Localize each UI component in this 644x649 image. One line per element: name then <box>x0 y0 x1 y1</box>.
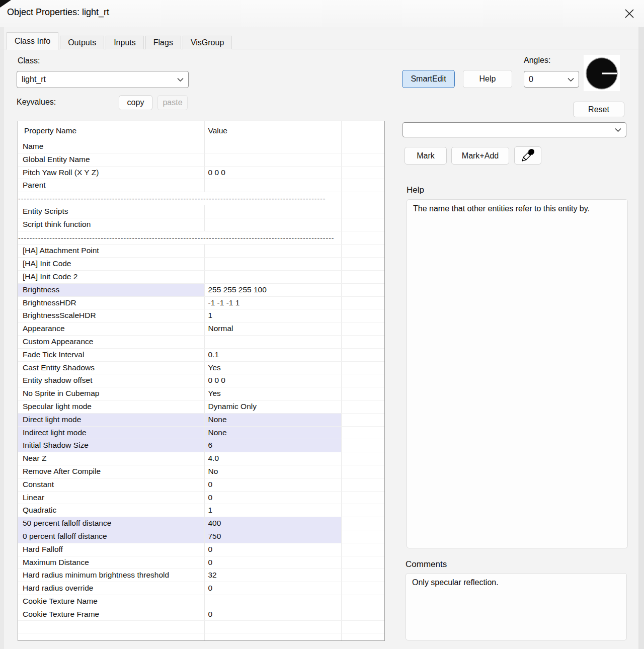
property-name-cell[interactable]: [HA] Attachment Point <box>18 245 204 258</box>
property-row[interactable]: Maximum Distance0 <box>18 556 385 569</box>
property-value-cell[interactable]: 0 <box>204 608 341 621</box>
property-name-cell[interactable]: Near Z <box>18 452 204 465</box>
property-row[interactable]: BrightnessHDR-1 -1 -1 1 <box>18 296 385 309</box>
property-name-cell[interactable]: Hard Falloff <box>18 543 204 556</box>
property-name-cell[interactable]: Hard radius minimum brightness threshold <box>18 569 204 582</box>
property-value-cell[interactable] <box>204 595 341 608</box>
property-row[interactable]: [HA] Init Code <box>18 258 385 271</box>
class-combobox[interactable]: light_rt <box>17 71 189 88</box>
property-name-cell[interactable]: Name <box>18 140 204 153</box>
tab-outputs[interactable]: Outputs <box>60 36 104 49</box>
property-name-cell[interactable]: Script think function <box>18 218 204 231</box>
property-row[interactable]: Remove After CompileNo <box>18 465 385 478</box>
property-name-cell[interactable]: Hard radius override <box>18 582 204 595</box>
property-value-cell[interactable]: Yes <box>204 387 341 400</box>
property-row[interactable]: No Sprite in CubemapYes <box>18 387 385 400</box>
property-value-cell[interactable]: None <box>204 413 341 426</box>
property-row[interactable]: Hard radius minimum brightness threshold… <box>18 569 385 582</box>
separator-row[interactable]: ----------------------------------------… <box>18 192 385 205</box>
smartedit-button[interactable]: SmartEdit <box>402 70 455 88</box>
property-row[interactable]: Linear0 <box>18 491 385 504</box>
property-value-cell[interactable] <box>204 205 341 218</box>
angles-combobox[interactable]: 0 <box>524 71 579 88</box>
property-row[interactable]: Cookie Texture Frame0 <box>18 608 385 621</box>
property-value-cell[interactable]: 0 <box>204 582 341 595</box>
property-name-cell[interactable]: Cookie Texture Frame <box>18 608 204 621</box>
reset-button[interactable]: Reset <box>573 102 624 117</box>
column-header-value[interactable]: Value <box>204 121 341 140</box>
property-row[interactable]: Brightness255 255 255 100 <box>18 283 385 296</box>
separator-row[interactable]: ----------------------------------------… <box>18 231 385 245</box>
property-value-cell[interactable]: -1 -1 -1 1 <box>204 296 341 309</box>
property-name-cell[interactable]: Specular light mode <box>18 400 204 413</box>
property-row[interactable]: [HA] Init Code 2 <box>18 270 385 283</box>
property-name-cell[interactable]: BrightnessHDR <box>18 296 204 309</box>
property-value-cell[interactable] <box>204 335 341 348</box>
property-row[interactable]: Direct light modeNone <box>18 413 385 426</box>
property-name-cell[interactable]: Cookie Texture Name <box>18 595 204 608</box>
property-value-cell[interactable]: 32 <box>204 569 341 582</box>
comments-box[interactable]: Only specular reflection. <box>406 573 627 640</box>
property-value-cell[interactable]: 4.0 <box>204 452 341 465</box>
property-value-cell[interactable]: 0.1 <box>204 348 341 361</box>
help-button[interactable]: Help <box>463 70 512 88</box>
property-value-cell[interactable] <box>204 179 341 192</box>
property-row[interactable]: Cookie Texture Name <box>18 595 385 608</box>
column-header-property-name[interactable]: Property Name <box>18 121 204 140</box>
property-name-cell[interactable]: Remove After Compile <box>18 465 204 478</box>
property-name-cell[interactable]: Global Entity Name <box>18 153 204 166</box>
mark-add-button[interactable]: Mark+Add <box>451 147 509 165</box>
property-name-cell[interactable]: Entity Scripts <box>18 205 204 218</box>
copy-button[interactable]: copy <box>119 95 152 110</box>
property-row[interactable]: Near Z4.0 <box>18 452 385 465</box>
property-value-cell[interactable]: No <box>204 465 341 478</box>
property-value-cell[interactable]: Yes <box>204 361 341 374</box>
empty-row[interactable] <box>18 633 385 641</box>
property-name-cell[interactable]: Entity shadow offset <box>18 374 204 387</box>
property-row[interactable]: BrightnessScaleHDR1 <box>18 309 385 322</box>
property-row[interactable]: Quadratic1 <box>18 504 385 517</box>
property-value-cell[interactable] <box>204 258 341 271</box>
property-name-cell[interactable]: Fade Tick Interval <box>18 348 204 361</box>
property-row[interactable]: AppearanceNormal <box>18 322 385 336</box>
tab-visgroup[interactable]: VisGroup <box>183 36 232 49</box>
property-value-cell[interactable]: 255 255 255 100 <box>204 283 341 296</box>
eyedropper-button[interactable] <box>514 146 541 165</box>
property-value-cell[interactable] <box>204 153 341 166</box>
property-row[interactable]: Entity shadow offset0 0 0 <box>18 374 385 387</box>
property-value-cell[interactable]: 400 <box>204 517 341 530</box>
property-row[interactable]: Name <box>18 140 385 153</box>
property-row[interactable]: Specular light modeDynamic Only <box>18 400 385 413</box>
property-value-cell[interactable]: Dynamic Only <box>204 400 341 413</box>
empty-row[interactable] <box>18 621 385 633</box>
property-name-cell[interactable]: [HA] Init Code 2 <box>18 270 204 283</box>
property-name-cell[interactable]: Quadratic <box>18 504 204 517</box>
property-value-cell[interactable] <box>204 140 341 153</box>
property-row[interactable]: Entity Scripts <box>18 205 385 218</box>
property-value-cell[interactable]: 0 <box>204 491 341 504</box>
property-name-cell[interactable]: No Sprite in Cubemap <box>18 387 204 400</box>
property-name-cell[interactable] <box>18 633 204 641</box>
property-value-cell[interactable]: 0 <box>204 556 341 569</box>
angle-dial[interactable] <box>584 55 620 91</box>
property-value-cell[interactable] <box>204 218 341 231</box>
tab-inputs[interactable]: Inputs <box>106 36 144 49</box>
property-value-cell[interactable] <box>204 621 341 633</box>
property-name-cell[interactable]: Custom Appearance <box>18 335 204 348</box>
property-name-cell[interactable]: Indirect light mode <box>18 426 204 439</box>
property-value-cell[interactable]: 6 <box>204 439 341 452</box>
property-value-cell[interactable]: None <box>204 426 341 439</box>
tab-flags[interactable]: Flags <box>145 36 181 49</box>
property-value-cell[interactable]: 0 0 0 <box>204 374 341 387</box>
property-value-cell[interactable]: 0 0 0 <box>204 166 341 179</box>
property-name-cell[interactable]: [HA] Init Code <box>18 258 204 271</box>
property-row[interactable]: Fade Tick Interval0.1 <box>18 348 385 361</box>
property-value-cell[interactable]: 750 <box>204 530 341 543</box>
property-name-cell[interactable]: Linear <box>18 491 204 504</box>
property-name-cell[interactable]: Initial Shadow Size <box>18 439 204 452</box>
property-row[interactable]: Pitch Yaw Roll (X Y Z)0 0 0 <box>18 166 385 179</box>
property-name-cell[interactable]: BrightnessScaleHDR <box>18 309 204 322</box>
property-name-cell[interactable]: Cast Entity Shadows <box>18 361 204 374</box>
keyvalue-combobox[interactable] <box>403 122 626 137</box>
tab-class-info[interactable]: Class Info <box>7 32 58 50</box>
